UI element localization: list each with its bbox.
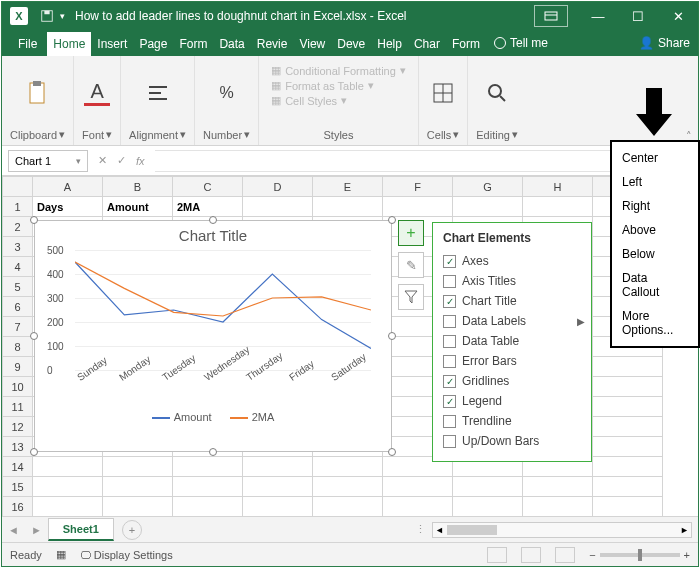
dropdown-icon[interactable]: ▾ [512,128,518,141]
tab-developer[interactable]: Deve [331,32,371,56]
horizontal-scrollbar[interactable]: ◄ ► [432,522,692,538]
tab-format[interactable]: Form [446,32,486,56]
chart-filters-button[interactable] [398,284,424,310]
submenu-item[interactable]: Above [612,218,698,242]
row-header[interactable]: 9 [3,357,33,377]
chart-title[interactable]: Chart Title [35,221,391,244]
select-all[interactable] [3,177,33,197]
ribbon-display-button[interactable] [534,5,568,27]
zoom-control[interactable]: − + [589,549,690,561]
sheet-nav-next[interactable]: ► [25,524,48,536]
conditional-formatting-button[interactable]: ▦Conditional Formatting▾ [271,64,406,77]
row-header[interactable]: 4 [3,257,33,277]
plot-area[interactable]: 0100200300400500 [75,250,371,370]
font-icon[interactable]: A [84,80,110,106]
resize-handle[interactable] [30,216,38,224]
row-header[interactable]: 11 [3,397,33,417]
chart-styles-button[interactable]: ✎ [398,252,424,278]
maximize-button[interactable]: ☐ [618,2,658,30]
accessibility-icon[interactable]: ▦ [56,548,66,561]
dialog-launcher-icon[interactable]: ▾ [106,128,112,141]
submenu-item[interactable]: More Options... [612,304,698,342]
cell[interactable]: 2MA [173,197,243,217]
page-break-button[interactable] [555,547,575,563]
chart-element-item[interactable]: Error Bars [443,351,581,371]
chart-element-item[interactable]: ✓Legend [443,391,581,411]
fx-icon[interactable]: fx [136,155,145,167]
row-header[interactable]: 1 [3,197,33,217]
tab-view[interactable]: View [293,32,331,56]
col-header[interactable]: H [523,177,593,197]
chart-element-item[interactable]: Trendline [443,411,581,431]
row-header[interactable]: 3 [3,237,33,257]
checkbox[interactable]: ✓ [443,255,456,268]
checkbox[interactable] [443,435,456,448]
tab-formulas[interactable]: Form [173,32,213,56]
tab-review[interactable]: Revie [251,32,294,56]
col-header[interactable]: A [33,177,103,197]
col-header[interactable]: G [453,177,523,197]
chart-element-item[interactable]: ✓Chart Title [443,291,581,311]
checkbox[interactable] [443,335,456,348]
chart-element-item[interactable]: Data Labels▶ [443,311,581,331]
name-box[interactable]: Chart 1▾ [8,150,88,172]
tab-data[interactable]: Data [213,32,250,56]
chart-legend[interactable]: Amount2MA [35,411,391,423]
tab-home[interactable]: Home [47,32,91,56]
number-icon[interactable]: % [214,80,240,106]
submenu-item[interactable]: Data Callout [612,266,698,304]
resize-handle[interactable] [388,216,396,224]
checkbox[interactable] [443,275,456,288]
chart-element-item[interactable]: Up/Down Bars [443,431,581,451]
chart-element-item[interactable]: Data Table [443,331,581,351]
chart-elements-button[interactable]: + [398,220,424,246]
row-header[interactable]: 15 [3,477,33,497]
tab-insert[interactable]: Insert [91,32,133,56]
resize-handle[interactable] [388,332,396,340]
row-header[interactable]: 8 [3,337,33,357]
cells-icon[interactable] [430,80,456,106]
cell[interactable]: Days [33,197,103,217]
row-header[interactable]: 5 [3,277,33,297]
alignment-icon[interactable] [145,80,171,106]
scroll-right-icon[interactable]: ► [680,525,689,535]
row-header[interactable]: 12 [3,417,33,437]
resize-handle[interactable] [30,448,38,456]
row-header[interactable]: 14 [3,457,33,477]
col-header[interactable]: C [173,177,243,197]
submenu-item[interactable]: Right [612,194,698,218]
col-header[interactable]: E [313,177,383,197]
cell[interactable]: Amount [103,197,173,217]
tab-file[interactable]: File [8,32,47,56]
embedded-chart[interactable]: Chart Title 0100200300400500 SundayMonda… [34,220,392,452]
row-header[interactable]: 7 [3,317,33,337]
format-as-table-button[interactable]: ▦Format as Table▾ [271,79,374,92]
submenu-item[interactable]: Below [612,242,698,266]
checkbox[interactable]: ✓ [443,295,456,308]
zoom-out-button[interactable]: − [589,549,595,561]
row-header[interactable]: 10 [3,377,33,397]
row-header[interactable]: 13 [3,437,33,457]
submenu-item[interactable]: Center [612,146,698,170]
chart-element-item[interactable]: ✓Gridlines [443,371,581,391]
tab-help[interactable]: Help [371,32,408,56]
col-header[interactable]: D [243,177,313,197]
chevron-right-icon[interactable]: ▶ [577,316,585,327]
row-header[interactable]: 6 [3,297,33,317]
col-header[interactable]: F [383,177,453,197]
dropdown-icon[interactable]: ▾ [453,128,459,141]
share-button[interactable]: 👤Share [631,30,698,56]
checkbox[interactable]: ✓ [443,375,456,388]
new-sheet-button[interactable]: + [122,520,142,540]
minimize-button[interactable]: — [578,2,618,30]
qat-dropdown-icon[interactable]: ▾ [60,11,65,21]
checkbox[interactable] [443,415,456,428]
row-header[interactable]: 16 [3,497,33,517]
resize-handle[interactable] [388,448,396,456]
sheet-nav-prev[interactable]: ◄ [2,524,25,536]
page-layout-button[interactable] [521,547,541,563]
scrollbar-thumb[interactable] [447,525,497,535]
normal-view-button[interactable] [487,547,507,563]
zoom-slider[interactable] [600,553,680,557]
dialog-launcher-icon[interactable]: ▾ [180,128,186,141]
